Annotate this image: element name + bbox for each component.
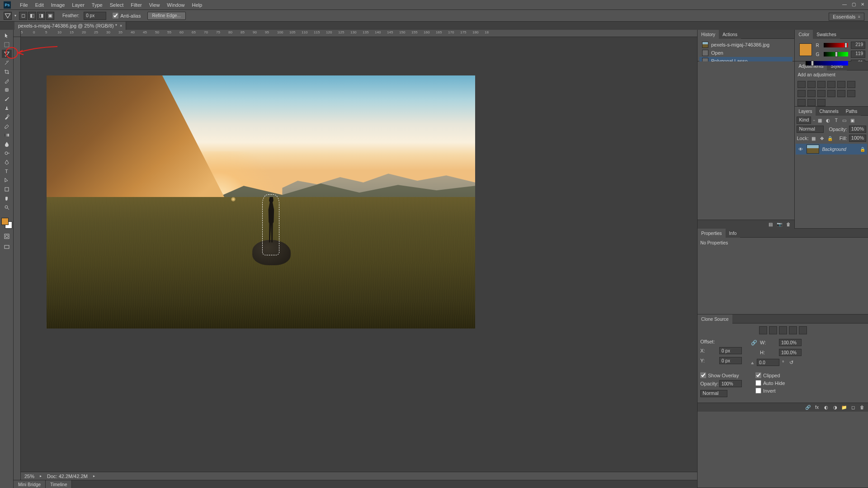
screen-mode-icon[interactable]: [2, 243, 12, 251]
workspace-selector[interactable]: Essentials≡: [829, 13, 864, 21]
invert-checkbox[interactable]: Invert: [755, 388, 785, 394]
tab-paths[interactable]: Paths: [842, 107, 861, 116]
healing-brush-tool[interactable]: [2, 86, 12, 94]
adj-gradient-map-icon[interactable]: [807, 99, 816, 106]
mask-icon[interactable]: ◐: [823, 404, 829, 411]
tab-clone-source[interactable]: Clone Source: [698, 314, 732, 324]
zoom-menu-icon[interactable]: ▸: [40, 474, 42, 478]
layer-name-label[interactable]: Background: [822, 147, 846, 152]
move-tool[interactable]: [2, 32, 12, 40]
tool-preset-icon[interactable]: [4, 12, 12, 20]
adj-exposure-icon[interactable]: [827, 81, 835, 88]
adj-posterize-icon[interactable]: [847, 90, 855, 97]
close-tab-icon[interactable]: ×: [120, 23, 122, 28]
type-tool[interactable]: T: [2, 167, 12, 175]
ruler-horizontal[interactable]: 5051015202530354045505560657075808590951…: [21, 30, 697, 37]
ruler-origin[interactable]: [14, 30, 21, 37]
minimize-icon[interactable]: —: [841, 1, 848, 7]
menu-layer[interactable]: Layer: [68, 2, 88, 8]
dodge-tool[interactable]: [2, 149, 12, 157]
menu-edit[interactable]: Edit: [32, 2, 47, 8]
adj-mixer-icon[interactable]: [817, 90, 826, 97]
r-value[interactable]: 219: [851, 42, 865, 49]
g-slider[interactable]: [824, 52, 848, 56]
path-selection-tool[interactable]: [2, 176, 12, 184]
adj-levels-icon[interactable]: [807, 81, 816, 88]
cs-mode-select[interactable]: Normal: [700, 390, 727, 397]
opacity-input[interactable]: 100%: [849, 126, 866, 133]
selection-new-icon[interactable]: ◻: [19, 12, 27, 20]
brush-tool[interactable]: [2, 95, 12, 103]
selection-subtract-icon[interactable]: ◨: [37, 12, 45, 20]
menu-file[interactable]: File: [16, 2, 32, 8]
tab-mini-bridge[interactable]: Mini Bridge: [14, 480, 46, 488]
menu-image[interactable]: Image: [47, 2, 69, 8]
feather-input[interactable]: [84, 12, 106, 20]
adj-threshold-icon[interactable]: [797, 99, 806, 106]
cs-opacity-input[interactable]: [719, 380, 742, 387]
tab-layers[interactable]: Layers: [795, 107, 816, 116]
eyedropper-tool[interactable]: [2, 77, 12, 85]
layer-background[interactable]: 👁 Background 🔒: [796, 144, 867, 155]
visibility-icon[interactable]: 👁: [797, 146, 804, 152]
history-step-open[interactable]: Open: [699, 49, 793, 57]
g-value[interactable]: 119: [851, 51, 865, 58]
angle-input[interactable]: [757, 359, 779, 366]
foreground-color[interactable]: [1, 218, 9, 225]
clone-source-2-icon[interactable]: [769, 326, 777, 334]
filter-type-icon[interactable]: T: [833, 117, 840, 123]
adj-lookup-icon[interactable]: [827, 90, 835, 97]
width-input[interactable]: [779, 339, 802, 346]
ruler-vertical[interactable]: [14, 37, 21, 488]
eraser-tool[interactable]: [2, 122, 12, 130]
filter-pixel-icon[interactable]: ▦: [817, 117, 823, 123]
clone-source-3-icon[interactable]: [779, 326, 787, 334]
selection-add-icon[interactable]: ◧: [28, 12, 36, 20]
adj-brightness-icon[interactable]: [797, 81, 806, 88]
new-adj-icon[interactable]: ◑: [832, 404, 838, 411]
fill-input[interactable]: 100%: [849, 135, 866, 142]
lock-position-icon[interactable]: ✥: [819, 135, 825, 141]
layer-thumbnail[interactable]: [807, 145, 819, 154]
history-brush-tool[interactable]: [2, 113, 12, 121]
lock-all-icon[interactable]: 🔒: [827, 135, 833, 141]
quick-mask-icon[interactable]: [2, 232, 12, 240]
menu-type[interactable]: Type: [88, 2, 106, 8]
color-swatches[interactable]: [1, 218, 12, 229]
gradient-tool[interactable]: [2, 131, 12, 139]
adj-invert-icon[interactable]: [837, 90, 845, 97]
antialias-checkbox[interactable]: Anti-alias: [113, 13, 141, 19]
document-tab[interactable]: pexels-s-migaj-746386.jpg @ 25% (RGB/8) …: [14, 22, 126, 30]
new-layer-icon[interactable]: ◻: [850, 404, 856, 411]
adj-bw-icon[interactable]: [797, 90, 806, 97]
adj-vibrance-icon[interactable]: [837, 81, 845, 88]
link-layers-icon[interactable]: 🔗: [805, 404, 811, 411]
filter-adj-icon[interactable]: ◐: [825, 117, 831, 123]
filter-shape-icon[interactable]: ▭: [841, 117, 848, 123]
b-slider[interactable]: [806, 61, 848, 66]
close-icon[interactable]: ✕: [859, 1, 866, 7]
selection-intersect-icon[interactable]: ▣: [46, 12, 54, 20]
marquee-tool[interactable]: [2, 41, 12, 49]
tab-info[interactable]: Info: [726, 229, 741, 238]
adj-hue-icon[interactable]: [847, 81, 855, 88]
maximize-icon[interactable]: ▢: [850, 1, 857, 7]
fx-icon[interactable]: fx: [814, 404, 820, 411]
autohide-checkbox[interactable]: Auto Hide: [755, 380, 785, 386]
filter-smart-icon[interactable]: ▣: [849, 117, 856, 123]
r-slider[interactable]: [824, 43, 848, 47]
tab-actions[interactable]: Actions: [719, 30, 741, 39]
tab-swatches[interactable]: Swatches: [813, 30, 840, 39]
blur-tool[interactable]: [2, 140, 12, 148]
link-wh-icon[interactable]: 🔗: [751, 340, 757, 346]
crop-tool[interactable]: [2, 68, 12, 76]
offset-y-input[interactable]: [719, 357, 742, 364]
show-overlay-checkbox[interactable]: Show Overlay: [700, 372, 742, 378]
reset-transform-icon[interactable]: ↺: [789, 360, 793, 366]
adj-selective-icon[interactable]: [817, 99, 826, 106]
clone-stamp-tool[interactable]: [2, 104, 12, 112]
camera-icon[interactable]: 📷: [776, 221, 783, 228]
new-group-icon[interactable]: 📁: [841, 404, 847, 411]
tab-history[interactable]: History: [698, 30, 719, 39]
hand-tool[interactable]: [2, 194, 12, 202]
